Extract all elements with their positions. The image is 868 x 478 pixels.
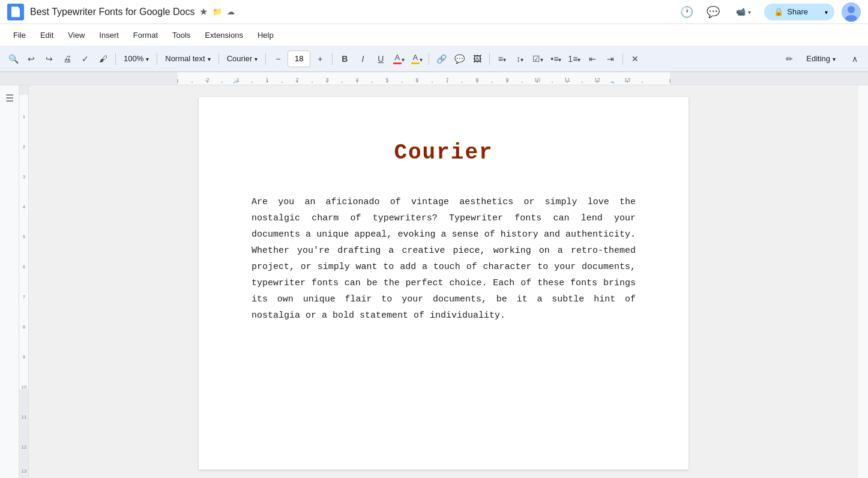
toolbar-sep-1 [115, 53, 116, 65]
menu-format[interactable]: Format [127, 28, 164, 42]
menu-tools[interactable]: Tools [166, 28, 196, 42]
checklist-icon: ☑ [532, 54, 540, 64]
document-title[interactable]: Best Typewriter Fonts for Google Docs [30, 7, 194, 17]
font-label: Courier [227, 54, 253, 63]
toolbar-right: ✏ Editing ∧ [781, 50, 863, 67]
bullet-list-button[interactable]: •≡ [547, 50, 564, 67]
numbered-list-button[interactable]: 1≡ [565, 50, 583, 67]
style-label: Normal text [165, 54, 205, 63]
ruler-svg: -2 -1 ⌐ 1 2 3 4 5 6 7 8 9 10 11 [0, 72, 868, 85]
menu-bar: File Edit View Insert Format Tools Exten… [0, 24, 868, 46]
font-size-input[interactable]: 18 [288, 50, 310, 67]
toolbar-sep-2 [157, 53, 157, 65]
menu-view[interactable]: View [62, 28, 91, 42]
highlight-indicator: A [411, 53, 420, 64]
svg-text:2: 2 [23, 144, 26, 150]
format-paint-button[interactable]: 🖌 [95, 50, 112, 67]
text-color-button[interactable]: A [390, 50, 407, 67]
text-color-a: A [395, 53, 400, 62]
sidebar-left: ☰ [0, 85, 19, 478]
line-spacing-icon: ↕ [516, 54, 520, 64]
bullet-list-icon: •≡ [550, 54, 558, 64]
right-panel [858, 85, 868, 478]
svg-text:⌐: ⌐ [234, 79, 237, 85]
menu-edit[interactable]: Edit [34, 28, 59, 42]
outline-icon[interactable]: ☰ [3, 90, 16, 106]
share-chevron-icon [825, 7, 828, 16]
svg-text:8: 8 [23, 324, 26, 330]
svg-text:1: 1 [23, 114, 26, 120]
scroll-area[interactable]: Courier Are you an aficionado of vintage… [29, 85, 858, 478]
svg-text:6: 6 [23, 264, 26, 270]
svg-text:4: 4 [23, 204, 26, 210]
editing-mode-button[interactable]: Editing [800, 52, 842, 65]
numbered-list-chevron-icon [577, 54, 580, 64]
share-dropdown-button[interactable] [818, 4, 834, 20]
image-button[interactable]: 🖼 [469, 50, 486, 67]
star-icon[interactable]: ★ [199, 6, 208, 17]
style-chevron-icon [208, 54, 211, 63]
document-heading: Courier [252, 141, 636, 165]
style-select[interactable]: Normal text [161, 50, 214, 67]
vertical-ruler: 1 2 3 4 5 6 7 8 9 10 11 12 13 [19, 85, 29, 478]
video-icon: 📹 [736, 7, 746, 16]
link-button[interactable]: 🔗 [433, 50, 450, 67]
video-call-button[interactable]: 📹 [730, 5, 757, 19]
checklist-chevron-icon [540, 54, 543, 64]
svg-text:9: 9 [23, 354, 26, 360]
highlight-button[interactable]: A [408, 50, 425, 67]
share-button[interactable]: 🔒 Share [764, 4, 818, 20]
history-button[interactable]: 🕐 [677, 2, 696, 22]
align-button[interactable]: ≡ [493, 50, 510, 67]
text-color-chevron-icon [402, 54, 405, 64]
folder-icon[interactable]: 📁 [212, 7, 222, 16]
align-chevron-icon [503, 54, 506, 64]
clear-format-button[interactable]: ✕ [627, 50, 643, 67]
align-icon: ≡ [498, 54, 503, 64]
checklist-button[interactable]: ☑ [529, 50, 546, 67]
search-button[interactable]: 🔍 [5, 50, 22, 67]
menu-help[interactable]: Help [252, 28, 280, 42]
comment-insert-button[interactable]: 💬 [451, 50, 468, 67]
font-select[interactable]: Courier [223, 50, 262, 67]
italic-button[interactable]: I [354, 50, 371, 67]
title-bar: Best Typewriter Fonts for Google Docs ★ … [0, 0, 868, 24]
font-size-decrease-button[interactable]: − [270, 50, 286, 67]
svg-text:5: 5 [23, 234, 26, 240]
menu-file[interactable]: File [7, 28, 32, 42]
document-body[interactable]: Are you an aficionado of vintage aesthet… [252, 194, 636, 324]
bullet-list-chevron-icon [558, 54, 561, 64]
line-spacing-chevron-icon [520, 54, 523, 64]
font-chevron-icon [255, 54, 258, 63]
user-avatar[interactable] [842, 2, 861, 22]
svg-text:13: 13 [22, 468, 27, 474]
zoom-chevron-icon [146, 54, 149, 63]
title-bar-right: 🕐 💬 📹 🔒 Share [677, 2, 861, 22]
svg-text:11: 11 [22, 414, 27, 420]
toolbar-sep-7 [489, 53, 490, 65]
edit-pencil-button[interactable]: ✏ [781, 50, 798, 67]
toolbar-expand-button[interactable]: ∧ [846, 50, 863, 67]
toolbar-sep-8 [622, 53, 623, 65]
docs-logo-icon [7, 4, 24, 20]
ruler: -2 -1 ⌐ 1 2 3 4 5 6 7 8 9 10 11 [0, 72, 868, 85]
svg-text:12: 12 [22, 444, 27, 450]
spell-check-button[interactable]: ✓ [77, 50, 94, 67]
zoom-select[interactable]: 100% [119, 50, 153, 67]
menu-insert[interactable]: Insert [93, 28, 125, 42]
comments-button[interactable]: 💬 [704, 2, 723, 22]
toolbar-sep-6 [429, 53, 429, 65]
menu-extensions[interactable]: Extensions [199, 28, 249, 42]
lock-icon: 🔒 [774, 7, 783, 16]
indent-less-button[interactable]: ⇤ [584, 50, 601, 67]
undo-button[interactable]: ↩ [23, 50, 40, 67]
font-size-increase-button[interactable]: + [312, 50, 328, 67]
line-spacing-button[interactable]: ↕ [511, 50, 528, 67]
print-button[interactable]: 🖨 [59, 50, 76, 67]
bold-button[interactable]: B [336, 50, 353, 67]
underline-button[interactable]: U [372, 50, 389, 67]
redo-button[interactable]: ↪ [41, 50, 58, 67]
toolbar-sep-5 [332, 53, 333, 65]
indent-more-button[interactable]: ⇥ [602, 50, 619, 67]
highlight-chevron-icon [420, 54, 423, 64]
